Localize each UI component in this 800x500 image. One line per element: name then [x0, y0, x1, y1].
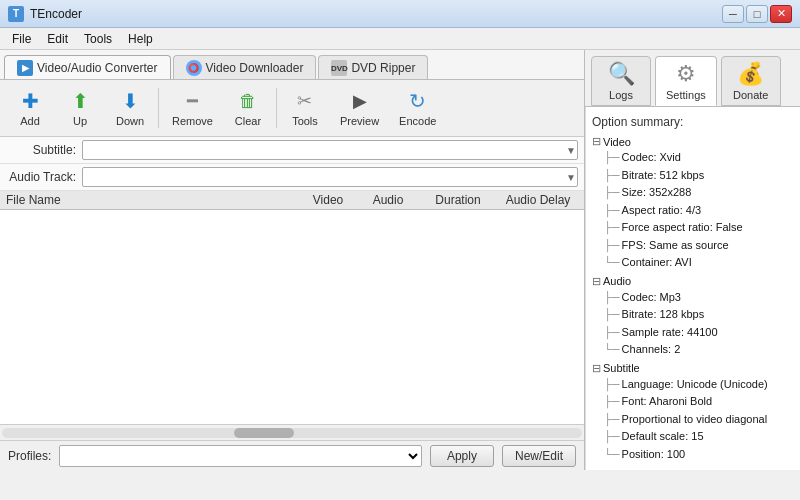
menu-file[interactable]: File	[4, 30, 39, 48]
tree-item: ├─Default scale: 15	[604, 428, 794, 445]
video-audio-icon: ▶	[17, 60, 33, 76]
subtitle-default-scale: Default scale: 15	[622, 428, 704, 445]
tree-item: └─Channels: 2	[604, 341, 794, 358]
tree-item: ├─Proportional to video diagonal	[604, 411, 794, 428]
toolbar-separator-2	[276, 88, 277, 128]
tab-video-downloader-label: Video Downloader	[206, 61, 304, 75]
encode-icon: ↻	[406, 89, 430, 113]
add-label: Add	[20, 115, 40, 127]
right-content: Option summary: ⊟ Video ├─Codec: Xvid ├─…	[585, 107, 800, 470]
right-tabs: 🔍 Logs ⚙ Settings 💰 Donate	[585, 50, 800, 107]
right-panel: 🔍 Logs ⚙ Settings 💰 Donate Option summar…	[585, 50, 800, 470]
audio-expand-icon: ⊟	[592, 275, 601, 288]
file-list-header: File Name Video Audio Duration Audio Del…	[0, 191, 584, 210]
down-label: Down	[116, 115, 144, 127]
down-button[interactable]: ⬇ Down	[106, 84, 154, 132]
audio-channels: Channels: 2	[622, 341, 681, 358]
audio-track-label: Audio Track:	[6, 170, 76, 184]
tree-item: ├─Bitrate: 128 kbps	[604, 306, 794, 323]
subtitle-proportional: Proportional to video diagonal	[622, 411, 768, 428]
new-edit-button[interactable]: New/Edit	[502, 445, 576, 467]
tree-item: ├─Language: Unicode (Unicode)	[604, 376, 794, 393]
add-icon: ✚	[18, 89, 42, 113]
remove-icon: ━	[180, 89, 204, 113]
remove-button[interactable]: ━ Remove	[163, 84, 222, 132]
file-list[interactable]	[0, 210, 584, 424]
apply-button[interactable]: Apply	[430, 445, 494, 467]
scrollbar-track	[2, 428, 582, 438]
dvd-ripper-icon: DVD	[331, 60, 347, 76]
right-tab-settings[interactable]: ⚙ Settings	[655, 56, 717, 106]
subtitle-label: Subtitle:	[6, 143, 76, 157]
audio-track-row: Audio Track: ▼	[0, 164, 584, 191]
col-header-delay: Audio Delay	[498, 193, 578, 207]
tree-item: ├─FPS: Same as source	[604, 237, 794, 254]
toolbar-separator-1	[158, 88, 159, 128]
tab-video-audio[interactable]: ▶ Video/Audio Converter	[4, 55, 171, 79]
maximize-button[interactable]: □	[746, 5, 768, 23]
add-button[interactable]: ✚ Add	[6, 84, 54, 132]
col-header-duration: Duration	[418, 193, 498, 207]
audio-tree-children: ├─Codec: Mp3 ├─Bitrate: 128 kbps ├─Sampl…	[604, 289, 794, 358]
tree-item: ├─Codec: Mp3	[604, 289, 794, 306]
down-icon: ⬇	[118, 89, 142, 113]
up-button[interactable]: ⬆ Up	[56, 84, 104, 132]
subtitle-position: Position: 100	[622, 446, 686, 463]
close-button[interactable]: ✕	[770, 5, 792, 23]
video-codec: Codec: Xvid	[622, 149, 681, 166]
video-force-aspect: Force aspect ratio: False	[622, 219, 743, 236]
profiles-bar: Profiles: Apply New/Edit	[0, 440, 584, 470]
title-bar-left: T TEncoder	[8, 6, 82, 22]
video-container: Container: AVI	[622, 254, 692, 271]
audio-codec: Codec: Mp3	[622, 289, 681, 306]
clear-button[interactable]: 🗑 Clear	[224, 84, 272, 132]
audio-track-select[interactable]	[82, 167, 578, 187]
video-section-label: Video	[603, 136, 631, 148]
menu-tools[interactable]: Tools	[76, 30, 120, 48]
tools-label: Tools	[292, 115, 318, 127]
col-header-video: Video	[298, 193, 358, 207]
main-layout: ▶ Video/Audio Converter ⭕ Video Download…	[0, 50, 800, 470]
remove-label: Remove	[172, 115, 213, 127]
horizontal-scrollbar[interactable]	[0, 424, 584, 440]
tabs-bar: ▶ Video/Audio Converter ⭕ Video Download…	[0, 50, 584, 80]
menu-help[interactable]: Help	[120, 30, 161, 48]
tree-item: ├─Aspect ratio: 4/3	[604, 202, 794, 219]
video-downloader-icon: ⭕	[186, 60, 202, 76]
left-panel: ▶ Video/Audio Converter ⭕ Video Download…	[0, 50, 585, 470]
up-label: Up	[73, 115, 87, 127]
tree-item: └─Position: 100	[604, 446, 794, 463]
up-icon: ⬆	[68, 89, 92, 113]
tab-dvd-ripper[interactable]: DVD DVD Ripper	[318, 55, 428, 79]
encode-label: Encode	[399, 115, 436, 127]
donate-tab-label: Donate	[733, 89, 768, 101]
menu-edit[interactable]: Edit	[39, 30, 76, 48]
settings-tab-label: Settings	[666, 89, 706, 101]
toolbar: ✚ Add ⬆ Up ⬇ Down ━ Remove 🗑 Clear	[0, 80, 584, 137]
video-fps: FPS: Same as source	[622, 237, 729, 254]
tree-item: ├─Font: Aharoni Bold	[604, 393, 794, 410]
tools-button[interactable]: ✂ Tools	[281, 84, 329, 132]
preview-label: Preview	[340, 115, 379, 127]
right-tab-donate[interactable]: 💰 Donate	[721, 56, 781, 106]
preview-button[interactable]: ▶ Preview	[331, 84, 388, 132]
encode-button[interactable]: ↻ Encode	[390, 84, 445, 132]
col-header-filename: File Name	[6, 193, 298, 207]
audio-bitrate: Bitrate: 128 kbps	[622, 306, 705, 323]
tab-video-audio-label: Video/Audio Converter	[37, 61, 158, 75]
tab-video-downloader[interactable]: ⭕ Video Downloader	[173, 55, 317, 79]
subtitle-language: Language: Unicode (Unicode)	[622, 376, 768, 393]
app-title: TEncoder	[30, 7, 82, 21]
profiles-select[interactable]	[59, 445, 422, 467]
video-aspect: Aspect ratio: 4/3	[622, 202, 702, 219]
tree-item: ├─Force aspect ratio: False	[604, 219, 794, 236]
minimize-button[interactable]: ─	[722, 5, 744, 23]
video-bitrate: Bitrate: 512 kbps	[622, 167, 705, 184]
video-size: Size: 352x288	[622, 184, 692, 201]
right-tab-logs[interactable]: 🔍 Logs	[591, 56, 651, 106]
subtitle-select[interactable]	[82, 140, 578, 160]
tools-icon: ✂	[293, 89, 317, 113]
clear-label: Clear	[235, 115, 261, 127]
tab-dvd-ripper-label: DVD Ripper	[351, 61, 415, 75]
window-controls: ─ □ ✕	[722, 5, 792, 23]
